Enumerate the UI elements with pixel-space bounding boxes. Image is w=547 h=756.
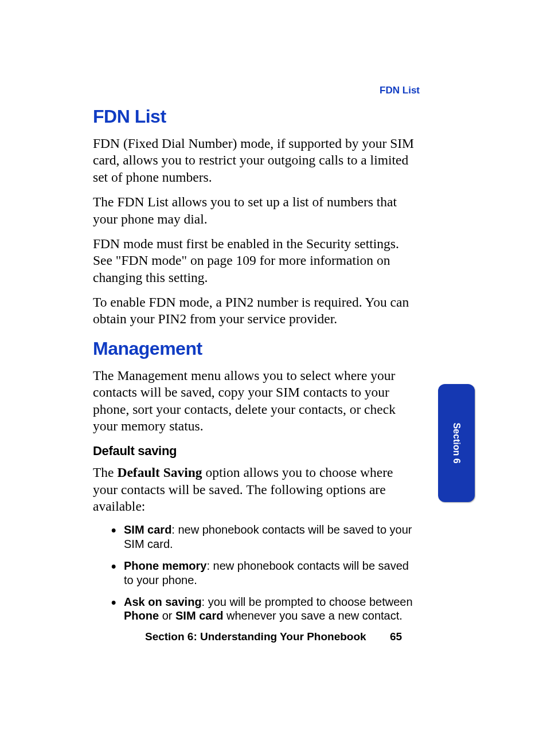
- paragraph: FDN mode must first be enabled in the Se…: [93, 236, 420, 286]
- footer-section-title: Section 6: Understanding Your Phonebook: [145, 630, 366, 643]
- bold-text: Phone: [124, 609, 159, 622]
- bold-text: Default Saving: [117, 465, 202, 480]
- page-footer: Section 6: Understanding Your Phonebook …: [0, 630, 547, 643]
- section-tab-label: Section 6: [451, 422, 462, 463]
- text: whenever you save a new contact.: [223, 609, 402, 622]
- list-item: Ask on saving: you will be prompted to c…: [111, 595, 420, 623]
- text: or: [159, 609, 175, 622]
- page: FDN List FDN List FDN (Fixed Dial Number…: [0, 0, 547, 756]
- list-item-term: Ask on saving: [124, 596, 202, 608]
- paragraph: The Management menu allows you to select…: [93, 367, 420, 435]
- heading-management: Management: [93, 338, 420, 359]
- section-tab: Section 6: [438, 384, 475, 502]
- paragraph: To enable FDN mode, a PIN2 number is req…: [93, 294, 420, 328]
- text: The: [93, 465, 117, 480]
- list-item: Phone memory: new phonebook contacts wil…: [111, 559, 420, 587]
- page-content: FDN List FDN (Fixed Dial Number) mode, i…: [93, 106, 420, 631]
- list-item: SIM card: new phonebook contacts will be…: [111, 523, 420, 551]
- subheading-default-saving: Default saving: [93, 444, 420, 459]
- page-number: 65: [390, 630, 402, 643]
- paragraph: The Default Saving option allows you to …: [93, 464, 420, 515]
- text: : you will be prompted to choose between: [202, 596, 413, 608]
- heading-fdn-list: FDN List: [93, 106, 420, 127]
- paragraph: FDN (Fixed Dial Number) mode, if support…: [93, 135, 420, 186]
- running-header: FDN List: [380, 85, 420, 96]
- bullet-list: SIM card: new phonebook contacts will be…: [111, 523, 420, 622]
- bold-text: SIM card: [175, 609, 223, 622]
- list-item-term: Phone memory: [124, 559, 206, 572]
- paragraph: The FDN List allows you to set up a list…: [93, 194, 420, 228]
- list-item-term: SIM card: [124, 523, 171, 536]
